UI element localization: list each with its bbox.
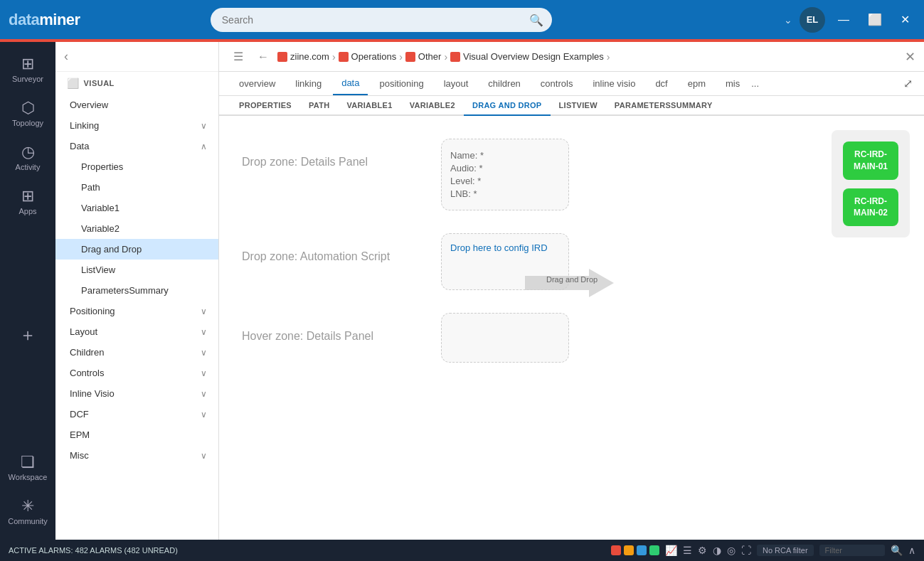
sidebar-item-topology[interactable]: ⬡ Topology [0,92,55,136]
tree-item-path[interactable]: Path [55,177,218,198]
list-icon[interactable]: ☰ [683,545,692,556]
tab-positioning[interactable]: positioning [371,73,432,95]
tabs-more-button[interactable]: ... [751,78,759,89]
tab-dcf[interactable]: dcf [647,73,676,95]
filter-input[interactable]: Filter [819,545,885,556]
tree-item-variable2[interactable]: Variable2 [55,218,218,239]
tree-item-label: Layout [70,326,97,337]
apps-icon: ⊞ [21,188,34,204]
tab-inline-visio[interactable]: inline visio [584,73,644,95]
sidebar-item-apps[interactable]: ⊞ Apps [0,180,55,224]
filter-icon[interactable]: ⚙ [698,545,707,556]
tree-item-listview[interactable]: ListView [55,260,218,280]
tree-item-label: Children [70,347,104,358]
tree-item-parameterssummary[interactable]: ParametersSummary [55,280,218,301]
surveyor-icon: ⊞ [21,56,34,72]
green-block-1[interactable]: RC-IRD-MAIN-01 [843,141,898,180]
tab-children[interactable]: children [479,73,529,95]
tab2-variable1[interactable]: VARIABLE1 [338,96,400,114]
tree-item-label: Positioning [70,306,115,316]
tab-layout[interactable]: layout [435,73,477,95]
drop-zone-box-3[interactable] [441,313,569,363]
drop-zone-row-1: Drop zone: Details Panel Name: * Audio: … [242,139,901,210]
drop-zone-label-3: Hover zone: Details Panel [242,313,413,343]
tree-item-label: Linking [70,120,99,131]
tree-item-drag-and-drop[interactable]: Drag and Drop [55,239,218,260]
tree-item-inline-visio[interactable]: Inline Visio ∨ [55,383,218,404]
minimize-button[interactable]: — [832,11,855,29]
back-button[interactable]: ← [252,48,275,66]
target-icon[interactable]: ◎ [727,545,736,556]
status-chevron-up-icon[interactable]: ∧ [908,545,915,556]
tree-item-controls[interactable]: Controls ∨ [55,363,218,383]
tree-item-positioning[interactable]: Positioning ∨ [55,301,218,321]
tree-item-dcf[interactable]: DCF ∨ [55,404,218,424]
tree-item-label: Variable1 [81,203,120,213]
field-name: Name: * [450,150,560,161]
chevron-down-icon: ∨ [201,306,207,316]
green-block-2[interactable]: RC-IRD-MAIN-02 [843,188,898,227]
status-search-icon[interactable]: 🔍 [891,545,903,556]
tree-item-label: Inline Visio [70,388,115,399]
tree-item-overview[interactable]: Overview [55,95,218,115]
add-button[interactable]: ＋ [11,315,45,355]
expand-button[interactable]: ⤢ [903,77,913,90]
sidebar-item-workspace[interactable]: ❏ Workspace [0,446,55,490]
tab-mis[interactable]: mis [717,73,748,95]
breadcrumb-sep-3: › [444,51,447,63]
rca-filter-label[interactable]: No RCA filter [757,545,814,556]
green-blocks-panel: RC-IRD-MAIN-01 RC-IRD-MAIN-02 [832,130,910,237]
close-button[interactable]: ✕ [895,10,915,29]
topbar-chevron-icon: ⌄ [784,14,792,26]
tab2-properties[interactable]: PROPERTIES [230,96,300,114]
chart-icon[interactable]: 📈 [665,545,677,556]
breadcrumb-close-button[interactable]: ✕ [905,49,915,65]
breadcrumb-sep-4: › [607,51,610,63]
search-input[interactable] [211,8,552,32]
sidebar-item-community[interactable]: ✳ Community [0,490,55,534]
tree-item-label: Data [70,141,89,151]
avatar[interactable]: EL [800,7,825,33]
tab2-parameterssummary[interactable]: PARAMETERSSUMMARY [606,96,721,114]
tree-item-label: DCF [70,409,89,420]
funnel-icon[interactable]: ⛶ [741,545,751,556]
pie-icon[interactable]: ◑ [713,545,721,556]
tab-linking[interactable]: linking [287,73,330,95]
tab-overview[interactable]: overview [230,73,284,95]
sidebar-item-label: Activity [16,163,41,171]
tree-item-epm[interactable]: EPM [55,424,218,445]
sidebar-item-activity[interactable]: ◷ Activity [0,136,55,180]
chevron-down-icon: ∨ [201,121,207,131]
tree-item-label: ParametersSummary [81,285,169,296]
tab-controls[interactable]: controls [532,73,582,95]
search-bar: 🔍 [211,8,552,32]
tab-epm[interactable]: epm [679,73,714,95]
maximize-button[interactable]: ⬜ [862,10,888,29]
tab2-listview[interactable]: LISTVIEW [551,96,606,114]
tree-section-label: ⬜ VISUAL [55,72,218,95]
tab2-drag-and-drop[interactable]: DRAG AND DROP [464,96,551,116]
collapse-tree-button[interactable]: ‹ [64,49,68,64]
topbar-right: ⌄ EL — ⬜ ✕ [784,7,915,33]
tree-item-linking[interactable]: Linking ∨ [55,115,218,136]
tab2-variable2[interactable]: VARIABLE2 [401,96,464,114]
chevron-down-icon: ∨ [201,348,207,358]
tree-item-layout[interactable]: Layout ∨ [55,321,218,342]
tree-item-children[interactable]: Children ∨ [55,342,218,363]
tree-item-data[interactable]: Data ∧ [55,136,218,156]
drag-drop-arrow-area: Drag and Drop [525,265,617,301]
tab2-path[interactable]: PATH [300,96,339,114]
search-icon: 🔍 [529,13,543,26]
tab-data[interactable]: data [333,72,368,95]
monitor-icon: ⬜ [67,78,80,89]
tree-item-properties[interactable]: Properties [55,156,218,177]
tree-item-variable1[interactable]: Variable1 [55,198,218,218]
icon-sidebar: ⊞ Surveyor ⬡ Topology ◷ Activity ⊞ Apps … [0,42,55,540]
main-layout: ⊞ Surveyor ⬡ Topology ◷ Activity ⊞ Apps … [0,42,924,540]
topbar: dataminer 🔍 ⌄ EL — ⬜ ✕ [0,0,924,39]
breadcrumb-icon-2 [339,52,349,62]
tree-item-misc[interactable]: Misc ∨ [55,445,218,466]
drop-zone-box-1[interactable]: Name: * Audio: * Level: * LNB: * [441,139,569,210]
hamburger-button[interactable]: ☰ [228,47,249,66]
sidebar-item-surveyor[interactable]: ⊞ Surveyor [0,48,55,92]
